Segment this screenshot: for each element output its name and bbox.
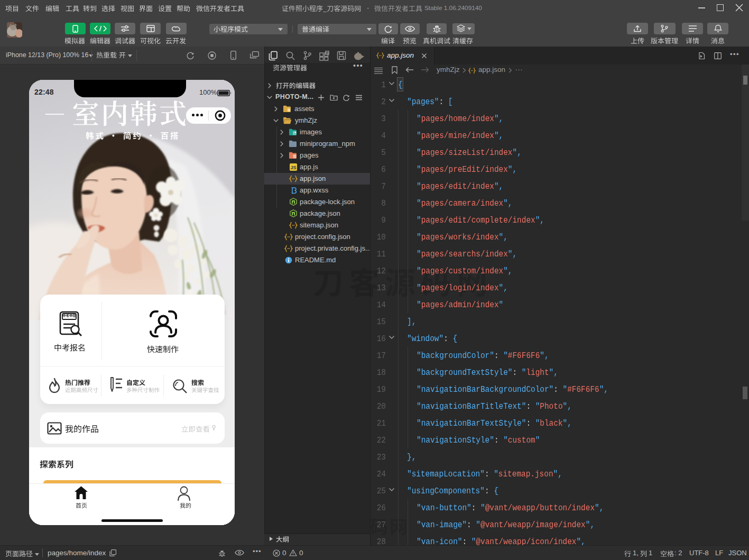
svg-text:JS: JS — [290, 165, 296, 170]
svg-text:<>: <> — [293, 155, 297, 159]
